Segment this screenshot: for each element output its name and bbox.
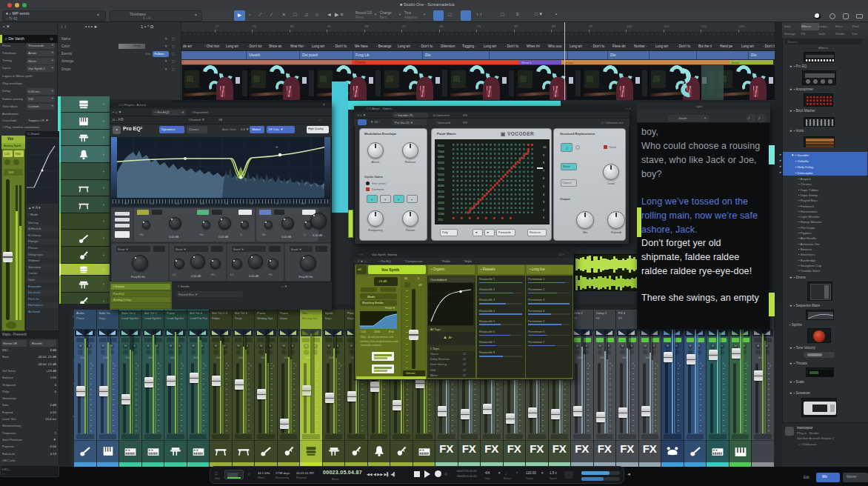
svg-text:2400: 2400 [438, 201, 445, 204]
svg-text:3520: 3520 [438, 190, 445, 193]
svg-text:5200: 5200 [438, 173, 445, 176]
svg-text:10: 10 [543, 145, 547, 149]
svg-text:2960: 2960 [438, 195, 445, 199]
svg-text:720: 720 [438, 218, 443, 222]
svg-text:4080: 4080 [438, 184, 445, 187]
svg-text:1280: 1280 [438, 212, 445, 216]
svg-text:8000: 8000 [438, 144, 445, 147]
svg-text:1840: 1840 [438, 207, 445, 210]
svg-text:+: + [276, 144, 278, 149]
svg-text:6320: 6320 [438, 161, 445, 164]
svg-text:4640: 4640 [438, 178, 445, 182]
svg-text:7440: 7440 [438, 150, 445, 153]
svg-text:6880: 6880 [438, 155, 445, 159]
svg-text:5760: 5760 [438, 167, 445, 170]
